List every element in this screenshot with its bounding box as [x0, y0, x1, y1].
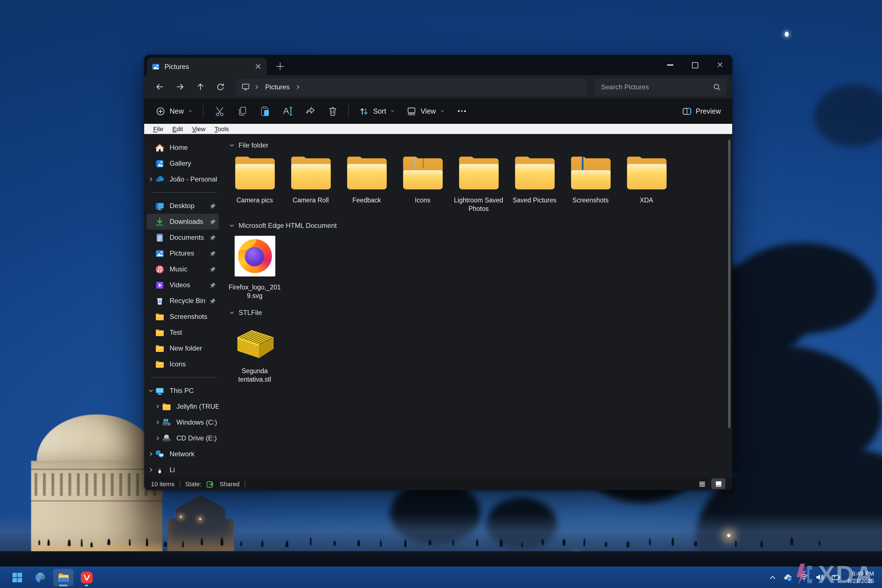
sidebar-item-recycle-bin[interactable]: Recycle Bin — [146, 293, 219, 309]
sidebar-item-jellyfin-truen[interactable]: Jellyfin (TRUEN — [146, 399, 219, 414]
sidebar-item-home[interactable]: Home — [146, 140, 219, 156]
sidebar-item-windows-c[interactable]: Windows (C:) — [146, 414, 219, 430]
chevron-right-icon[interactable] — [146, 176, 155, 182]
chevron-right-icon[interactable] — [146, 467, 155, 472]
sidebar-item-videos[interactable]: Videos — [146, 277, 219, 293]
tray-chevron-up-icon[interactable] — [769, 574, 777, 581]
sidebar-item-downloads[interactable]: Downloads — [146, 214, 219, 230]
sidebar-item-documents[interactable]: Documents — [146, 230, 219, 245]
share-button[interactable] — [298, 102, 321, 120]
chevron-right-icon[interactable] — [146, 451, 155, 457]
file-tile-segunda-tentativa-stl[interactable]: Segunda tentativa.stl — [227, 322, 283, 384]
menu-item-view[interactable]: View — [188, 126, 210, 132]
folder-tile-icons[interactable]: Icons — [394, 154, 451, 213]
maximize-button[interactable] — [682, 55, 707, 75]
sidebar-item-gallery[interactable]: Gallery — [146, 156, 219, 171]
cut-button[interactable] — [208, 102, 231, 120]
sidebar-item-screenshots[interactable]: Screenshots — [146, 309, 219, 324]
more-options-button[interactable] — [451, 102, 473, 120]
menu-item-file[interactable]: File — [149, 126, 168, 132]
minimize-button[interactable] — [657, 55, 682, 75]
sidebar-item-desktop[interactable]: Desktop — [146, 198, 219, 214]
desktop-location-icon — [242, 82, 250, 91]
item-count: 10 items — [151, 480, 174, 487]
person-silhouette — [48, 540, 50, 546]
tab-title: Pictures — [165, 63, 253, 70]
file-explorer-app-button[interactable] — [53, 568, 74, 586]
wifi-icon[interactable] — [800, 573, 809, 582]
file-name-label: Screenshots — [573, 196, 609, 205]
sidebar-item-music[interactable]: Music — [146, 261, 219, 277]
up-button[interactable] — [190, 78, 210, 95]
sidebar-item-this-pc[interactable]: This PC — [146, 383, 219, 399]
chevron-right-icon[interactable] — [153, 435, 162, 441]
taskbar-clock[interactable]: 6:49 PM 8/27/2025 — [848, 570, 874, 585]
file-tile-firefox-logo-2019-svg[interactable]: Firefox_logo,_2019.svg — [227, 235, 283, 300]
address-bar[interactable]: Pictures — [236, 78, 587, 95]
tree-silhouette — [814, 85, 882, 147]
rename-button[interactable] — [276, 102, 298, 120]
sidebar-item-network[interactable]: Network — [146, 446, 219, 462]
chevron-right-icon[interactable] — [153, 404, 162, 410]
copy-button[interactable] — [231, 102, 253, 120]
close-icon — [715, 60, 724, 69]
delete-button[interactable] — [321, 102, 344, 120]
sort-button[interactable]: Sort — [353, 102, 401, 120]
tab-close-icon[interactable] — [253, 62, 262, 71]
new-button[interactable]: New — [150, 102, 198, 120]
start-button[interactable] — [7, 568, 27, 586]
chevron-down-icon — [229, 223, 235, 228]
breadcrumb-pictures[interactable]: Pictures — [264, 83, 291, 91]
gallery-icon — [155, 159, 165, 168]
folder-tile-camera-pics[interactable]: Camera pics — [227, 154, 283, 213]
battery-icon[interactable] — [831, 573, 841, 582]
close-button[interactable] — [707, 55, 732, 75]
group-header-file-folder[interactable]: File folder — [227, 139, 732, 152]
sidebar-item-pictures[interactable]: Pictures — [146, 245, 219, 261]
sidebar-item-icons[interactable]: Icons — [146, 356, 219, 372]
sidebar-item-li[interactable]: Li — [146, 462, 219, 477]
forward-button[interactable] — [170, 78, 189, 95]
chevron-down-icon — [188, 108, 193, 114]
chevron-down-icon[interactable] — [146, 388, 155, 393]
folder-tile-screenshots[interactable]: Screenshots — [562, 154, 618, 213]
sidebar-item-new-folder[interactable]: New folder — [146, 340, 219, 356]
preview-button[interactable]: Preview — [676, 102, 726, 120]
monument-building — [31, 414, 162, 552]
folder-tile-xda[interactable]: XDA — [618, 154, 675, 213]
sidebar-item-test[interactable]: Test — [146, 324, 219, 340]
search-box[interactable] — [594, 78, 726, 95]
menu-item-tools[interactable]: Tools — [210, 126, 234, 132]
menu-item-edit[interactable]: Edit — [168, 126, 188, 132]
folder-tile-saved-pictures[interactable]: Saved Pictures — [507, 154, 562, 213]
onedrive-tray-icon[interactable] — [783, 573, 793, 582]
view-button[interactable]: View — [401, 102, 451, 120]
back-button[interactable] — [150, 78, 169, 95]
new-tab-button[interactable] — [274, 60, 285, 72]
details-view-button[interactable] — [695, 478, 709, 489]
sidebar-item-cd-drive-e-p[interactable]: CD Drive (E:) P — [146, 430, 219, 446]
music-icon — [155, 264, 165, 274]
group-header-microsoft-edge-html-document[interactable]: Microsoft Edge HTML Document — [227, 219, 732, 232]
linux-icon — [155, 465, 165, 475]
refresh-button[interactable] — [211, 78, 230, 95]
tab-bar: Pictures — [144, 55, 732, 75]
stl-3d-thumbnail — [231, 323, 279, 360]
paint-app-button[interactable] — [30, 568, 50, 586]
vivaldi-app-button[interactable] — [76, 568, 97, 586]
folder-icon — [570, 154, 611, 189]
chevron-right-icon[interactable] — [153, 420, 162, 425]
folder-tile-camera-roll[interactable]: Camera Roll — [283, 154, 339, 213]
sidebar-item-jo-o-personal[interactable]: João - Personal — [146, 171, 219, 187]
view-button-label: View — [421, 107, 436, 115]
large-icons-view-button[interactable] — [711, 478, 725, 489]
paste-button[interactable] — [253, 102, 276, 120]
tab-pictures[interactable]: Pictures — [147, 58, 267, 75]
window-glass-thumbnail — [414, 158, 415, 168]
folder-tile-lightroom-saved-photos[interactable]: Lightroom Saved Photos — [451, 154, 507, 213]
search-input[interactable] — [600, 82, 710, 91]
folder-tile-feedback[interactable]: Feedback — [339, 154, 394, 213]
group-header-stlfile[interactable]: STLFile — [227, 306, 732, 319]
volume-icon[interactable] — [816, 573, 825, 582]
sidebar-scrollbar[interactable] — [728, 140, 730, 428]
